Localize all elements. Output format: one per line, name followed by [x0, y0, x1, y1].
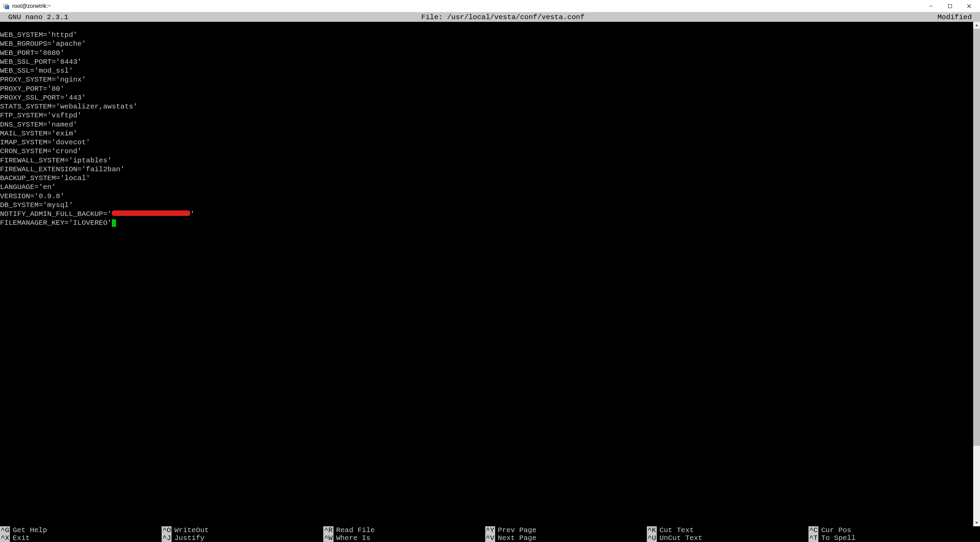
editor-line: PROXY_SSL_PORT='443': [0, 94, 973, 102]
editor-line: IMAP_SYSTEM='dovecot': [0, 138, 973, 147]
shortcut-item: ^OWriteOut: [162, 526, 323, 534]
editor-line: MAIL_SYSTEM='exim': [0, 129, 973, 138]
redaction-mark: [112, 210, 190, 216]
shortcut-item: ^KCut Text: [647, 526, 808, 534]
nano-version: GNU nano 2.3.1: [3, 13, 68, 21]
terminal-window: root@zonetrik:~ GNU nano 2.3.1 File: /us…: [0, 0, 980, 542]
shortcut-key: ^R: [323, 526, 333, 534]
footer-row-1: ^GGet Help^OWriteOut^RRead File^YPrev Pa…: [0, 526, 980, 534]
shortcut-item: ^XExit: [0, 534, 162, 542]
editor-line-redacted: NOTIFY_ADMIN_FULL_BACKUP='': [0, 210, 973, 218]
shortcut-key: ^W: [323, 534, 333, 542]
window-titlebar: root@zonetrik:~: [0, 0, 980, 12]
nano-header: GNU nano 2.3.1 File: /usr/local/vesta/co…: [0, 12, 980, 22]
shortcut-key: ^K: [647, 526, 657, 534]
scrollbar-down-button[interactable]: [973, 520, 980, 526]
putty-icon: [3, 3, 10, 10]
editor-line: WEB_SSL='mod_ssl': [0, 67, 973, 75]
shortcut-key: ^Y: [485, 526, 495, 534]
shortcut-key: ^C: [808, 526, 818, 534]
editor-line: CRON_SYSTEM='crond': [0, 147, 973, 156]
shortcut-item: ^VNext Page: [485, 534, 647, 542]
shortcut-item: ^GGet Help: [0, 526, 162, 534]
editor-line: DNS_SYSTEM='named': [0, 120, 973, 129]
maximize-button[interactable]: [945, 2, 955, 11]
scrollbar-up-button[interactable]: [973, 22, 980, 29]
svg-marker-9: [975, 522, 978, 524]
editor-content[interactable]: WEB_SYSTEM='httpd'WEB_RGROUPS='apache'WE…: [0, 22, 973, 526]
shortcut-label: Where Is: [334, 534, 371, 542]
shortcut-key: ^U: [647, 534, 657, 542]
editor-line: FIREWALL_SYSTEM='iptables': [0, 156, 973, 165]
shortcut-key: ^G: [0, 526, 10, 534]
shortcut-item: ^UUnCut Text: [647, 534, 808, 542]
shortcut-label: Prev Page: [495, 526, 536, 534]
editor-line: LANGUAGE='en': [0, 183, 973, 192]
window-controls: [926, 2, 977, 11]
editor-line: WEB_RGROUPS='apache': [0, 40, 973, 48]
nano-status: Modified: [937, 13, 977, 21]
shortcut-label: Justify: [172, 534, 204, 542]
text-cursor: [112, 219, 116, 227]
shortcut-label: To Spell: [818, 534, 856, 542]
scrollbar-track[interactable]: [973, 29, 980, 520]
shortcut-key: ^X: [0, 534, 10, 542]
vertical-scrollbar[interactable]: [973, 22, 980, 526]
shortcut-item: ^TTo Spell: [808, 534, 970, 542]
svg-marker-8: [975, 24, 978, 26]
nano-footer: ^GGet Help^OWriteOut^RRead File^YPrev Pa…: [0, 526, 980, 542]
shortcut-label: Exit: [10, 534, 30, 542]
minimize-button[interactable]: [926, 2, 936, 11]
editor-line: STATS_SYSTEM='webalizer,awstats': [0, 102, 973, 111]
redacted-prefix: NOTIFY_ADMIN_FULL_BACKUP=': [0, 210, 112, 218]
editor-line-cursor: FILEMANAGER_KEY='ILOVEREO': [0, 218, 973, 228]
scrollbar-thumb[interactable]: [973, 29, 980, 446]
shortcut-label: Next Page: [495, 534, 536, 542]
close-button[interactable]: [964, 2, 975, 11]
shortcut-label: Cut Text: [657, 526, 694, 534]
shortcut-label: Cur Pos: [818, 526, 851, 534]
editor-line: FIREWALL_EXTENSION='fail2ban': [0, 165, 973, 174]
editor-line: WEB_SSL_PORT='8443': [0, 57, 973, 67]
editor-line: BACKUP_SYSTEM='local': [0, 174, 973, 183]
window-title: root@zonetrik:~: [12, 3, 926, 9]
editor-line: WEB_SYSTEM='httpd': [0, 31, 973, 40]
editor-container: WEB_SYSTEM='httpd'WEB_RGROUPS='apache'WE…: [0, 22, 980, 526]
shortcut-key: ^O: [162, 526, 172, 534]
editor-line: WEB_PORT='8080': [0, 49, 973, 57]
shortcut-key: ^V: [485, 534, 495, 542]
editor-line: FTP_SYSTEM='vsftpd': [0, 111, 973, 120]
shortcut-item: ^CCur Pos: [808, 526, 970, 534]
editor-line: PROXY_SYSTEM='nginx': [0, 75, 973, 84]
shortcut-item: ^WWhere Is: [323, 534, 485, 542]
svg-rect-5: [948, 5, 952, 8]
shortcut-label: UnCut Text: [657, 534, 702, 542]
editor-line: DB_SYSTEM='mysql': [0, 201, 973, 210]
nano-file-label: File: /usr/local/vesta/conf/vesta.conf: [68, 13, 937, 21]
shortcut-key: ^J: [162, 534, 172, 542]
footer-row-2: ^XExit^JJustify^WWhere Is^VNext Page^UUn…: [0, 534, 980, 542]
shortcut-item: ^RRead File: [323, 526, 485, 534]
shortcut-item: ^YPrev Page: [485, 526, 647, 534]
editor-line: PROXY_PORT='80': [0, 84, 973, 94]
shortcut-label: Get Help: [10, 526, 47, 534]
cursor-line-text: FILEMANAGER_KEY='ILOVEREO': [0, 219, 112, 227]
editor-line: VERSION='0.9.8': [0, 192, 973, 201]
shortcut-key: ^T: [808, 534, 818, 542]
shortcut-label: Read File: [334, 526, 375, 534]
shortcut-item: ^JJustify: [162, 534, 323, 542]
editor-blank-line: [0, 22, 973, 31]
redacted-suffix: ': [190, 210, 195, 218]
shortcut-label: WriteOut: [172, 526, 209, 534]
